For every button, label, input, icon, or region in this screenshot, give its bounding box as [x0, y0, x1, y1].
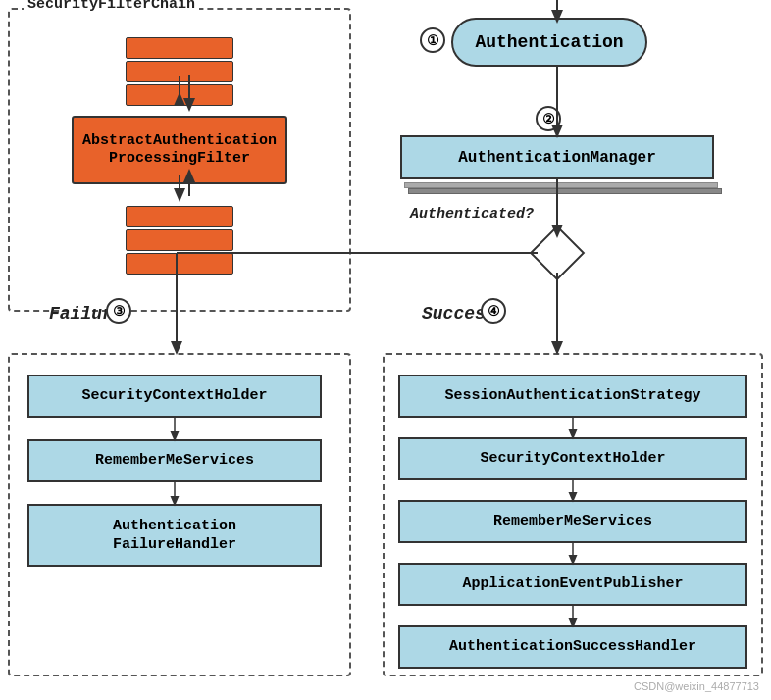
orange-bar-bottom-3	[126, 253, 233, 275]
authentication-manager-box: AuthenticationManager	[400, 135, 714, 179]
step-4-circle: ④	[481, 298, 506, 324]
auth-manager-shadow-2	[408, 188, 722, 194]
orange-bar-bottom-1	[126, 206, 233, 227]
success-component-app-event-publisher: ApplicationEventPublisher	[398, 563, 747, 606]
failure-component-auth-failure-handler: AuthenticationFailureHandler	[27, 504, 322, 567]
authenticated-text: Authenticated?	[410, 206, 534, 223]
diagram-container: SecurityFilterChain AbstractAuthenticati…	[0, 0, 771, 700]
orange-bar-top-2	[126, 61, 233, 82]
orange-bar-top-1	[126, 37, 233, 59]
step-1-circle: ①	[420, 27, 445, 53]
orange-bar-top-3	[126, 84, 233, 106]
authentication-label: Authentication	[475, 32, 623, 52]
step-2-circle: ②	[536, 106, 561, 131]
failure-component-security-context-holder: SecurityContextHolder	[27, 375, 322, 418]
authentication-box: Authentication	[451, 18, 647, 67]
orange-bar-bottom-2	[126, 229, 233, 251]
failure-component-remember-me-services: RememberMeServices	[27, 439, 322, 482]
success-component-security-context-holder: SecurityContextHolder	[398, 437, 747, 480]
success-component-session-auth-strategy: SessionAuthenticationStrategy	[398, 375, 747, 418]
watermark: CSDN@weixin_44877713	[634, 680, 759, 692]
security-filter-chain-label: SecurityFilterChain	[24, 0, 199, 13]
decision-diamond	[530, 225, 586, 281]
success-component-auth-success-handler: AuthenticationSuccessHandler	[398, 625, 747, 669]
security-filter-chain-box: SecurityFilterChain AbstractAuthenticati…	[8, 8, 351, 312]
abstract-auth-processing-filter-box: AbstractAuthenticationProcessingFilter	[72, 116, 287, 184]
success-component-remember-me-services: RememberMeServices	[398, 500, 747, 543]
authentication-manager-label: AuthenticationManager	[458, 149, 656, 167]
step-3-circle: ③	[106, 298, 131, 324]
